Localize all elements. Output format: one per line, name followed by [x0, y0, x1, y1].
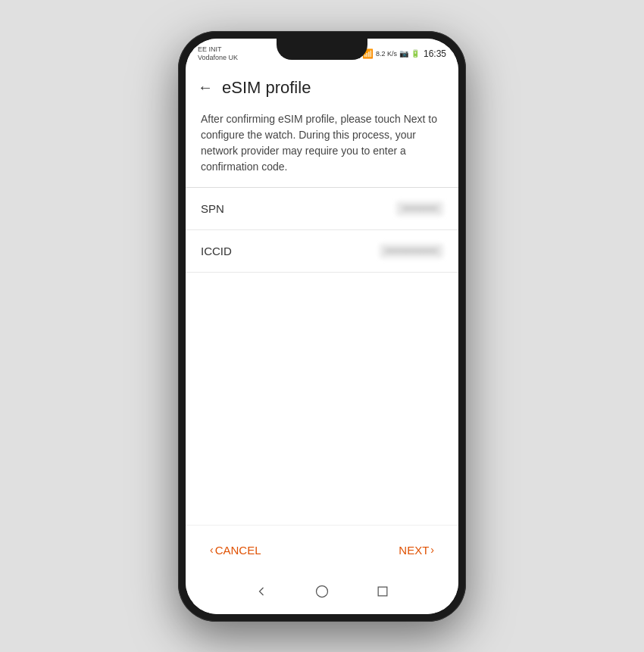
system-nav-bar: [186, 575, 458, 614]
svg-rect-1: [378, 587, 387, 596]
nav-back-button[interactable]: [253, 583, 270, 600]
cancel-button[interactable]: ‹ CANCEL: [207, 538, 264, 563]
spn-value: ••••••••••: [396, 201, 443, 216]
svg-point-0: [317, 585, 328, 597]
battery-icon: 🔋: [411, 49, 420, 58]
spn-label: SPN: [201, 202, 224, 215]
content-spacer: [186, 273, 458, 525]
next-button[interactable]: NEXT ›: [395, 538, 437, 563]
bluetooth-icon: 📷: [399, 49, 408, 58]
iccid-row: ICCID •••••••••••••••: [186, 230, 458, 273]
info-section: SPN •••••••••• ICCID •••••••••••••••: [186, 188, 458, 273]
next-chevron-icon: ›: [430, 544, 434, 556]
page-title: eSIM profile: [222, 78, 311, 98]
spn-row: SPN ••••••••••: [186, 188, 458, 230]
camera-notch: [277, 39, 367, 60]
app-header: ← eSIM profile: [186, 66, 458, 105]
carrier-line1: EE INIT: [198, 45, 238, 54]
phone-frame: EE INIT Vodafone UK 📶 8.2 K/s 📷 🔋 16:35: [178, 31, 466, 622]
carrier-info: EE INIT Vodafone UK: [198, 45, 238, 62]
iccid-value: •••••••••••••••: [380, 244, 443, 258]
description-text: After confirming eSIM profile, please to…: [186, 105, 458, 187]
back-button[interactable]: ←: [198, 79, 213, 96]
app-content: ← eSIM profile After confirming eSIM pro…: [186, 66, 458, 575]
time-label: 16:35: [424, 48, 446, 59]
phone-screen: EE INIT Vodafone UK 📶 8.2 K/s 📷 🔋 16:35: [186, 39, 458, 614]
speed-label: 8.2 K/s: [376, 50, 397, 58]
next-label: NEXT: [399, 544, 429, 557]
nav-home-button[interactable]: [314, 583, 330, 600]
iccid-label: ICCID: [201, 245, 232, 257]
carrier-line2: Vodafone UK: [198, 54, 238, 62]
nav-recents-button[interactable]: [374, 583, 391, 600]
cancel-label: CANCEL: [215, 544, 261, 557]
bottom-buttons: ‹ CANCEL NEXT ›: [186, 525, 458, 575]
cancel-chevron-icon: ‹: [210, 544, 214, 556]
